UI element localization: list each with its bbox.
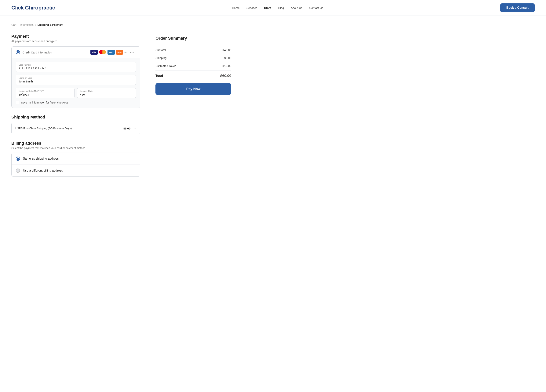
summary-total-row: Total $60.00	[156, 71, 231, 78]
total-value: $60.00	[220, 74, 231, 78]
expiry-label: Expiration Date (MM/YYYY)	[19, 90, 72, 92]
billing-same-radio-dot	[17, 158, 19, 160]
billing-section: Billing address Select the payment that …	[11, 141, 140, 177]
summary-row-taxes: Estimated Taxes $10.00	[156, 62, 231, 70]
summary-row-shipping: Shipping $5.00	[156, 54, 231, 62]
shipping-section: Shipping Method USPS First-Class Shippin…	[11, 115, 140, 134]
credit-card-radio[interactable]	[16, 50, 20, 54]
card-logos: VISA AMEX DISC and more...	[91, 50, 136, 55]
payment-title: Payment	[11, 34, 140, 39]
mastercard-logo	[99, 50, 106, 55]
breadcrumb-information[interactable]: Information	[20, 23, 33, 26]
billing-options: Same as shipping address Use a different…	[11, 153, 140, 177]
card-number-value: 1111 2222 3333 4444	[19, 67, 133, 70]
header: Click Chiropractic Home Services Store B…	[0, 0, 546, 16]
payment-method-row[interactable]: Credit Card Information VISA AMEX DISC a…	[12, 47, 140, 58]
name-on-card-field[interactable]: Name on Card John Smith	[16, 75, 136, 85]
subtotal-value: $45.00	[223, 48, 231, 51]
amex-logo: AMEX	[108, 50, 115, 55]
expiry-security-row: Expiration Date (MM/YYYY) 10/2023 Securi…	[16, 88, 136, 98]
shipping-title: Shipping Method	[11, 115, 140, 120]
order-summary-title: Order Summary	[156, 36, 231, 41]
billing-title: Billing address	[11, 141, 140, 146]
payment-card-panel: Credit Card Information VISA AMEX DISC a…	[11, 46, 140, 108]
breadcrumb-current: Shipping & Payment	[38, 23, 63, 26]
nav-store[interactable]: Store	[264, 6, 271, 9]
payment-subtitle: All payments are secure and encrypted	[11, 40, 140, 43]
discover-logo: DISC	[116, 50, 123, 55]
taxes-label: Estimated Taxes	[156, 64, 176, 67]
chevron-down-icon: ⌄	[133, 126, 136, 130]
visa-logo: VISA	[91, 50, 98, 55]
nav-about[interactable]: About Us	[291, 6, 303, 9]
total-label: Total	[156, 74, 163, 78]
billing-different-radio[interactable]	[16, 168, 20, 173]
main-nav: Home Services Store Blog About Us Contac…	[232, 6, 323, 9]
name-on-card-value: John Smith	[19, 80, 133, 83]
security-code-field[interactable]: Security Code 456	[77, 88, 136, 98]
main-layout: Payment All payments are secure and encr…	[0, 30, 243, 188]
shipping-price: $5.00	[123, 127, 130, 130]
nav-services[interactable]: Services	[247, 6, 257, 9]
pay-now-button[interactable]: Pay Now	[156, 83, 231, 95]
billing-option-different[interactable]: Use a different billing address	[12, 165, 140, 176]
subtotal-label: Subtotal	[156, 48, 166, 51]
name-on-card-label: Name on Card	[19, 77, 133, 79]
billing-subtitle: Select the payment that matches your car…	[11, 147, 140, 150]
card-number-label: Card Number	[19, 64, 133, 66]
shipping-dropdown[interactable]: USPS First-Class Shipping (3-5 Business …	[11, 123, 140, 134]
billing-option-same[interactable]: Same as shipping address	[12, 153, 140, 165]
expiry-value: 10/2023	[19, 93, 72, 96]
payment-method-label: Credit Card Information	[23, 51, 52, 54]
right-column: Order Summary Subtotal $45.00 Shipping $…	[156, 34, 231, 177]
billing-different-label: Use a different billing address	[23, 169, 63, 172]
shipping-label: Shipping	[156, 56, 166, 59]
expiry-field[interactable]: Expiration Date (MM/YYYY) 10/2023	[16, 88, 74, 98]
shipping-right: $5.00 ⌄	[123, 126, 136, 130]
breadcrumb-sep1: ›	[18, 23, 19, 26]
radio-dot	[17, 51, 19, 53]
shipping-value: $5.00	[224, 56, 231, 59]
nav-home[interactable]: Home	[232, 6, 240, 9]
logo: Click Chiropractic	[11, 5, 55, 11]
billing-same-label: Same as shipping address	[23, 157, 59, 160]
billing-same-radio[interactable]	[16, 157, 20, 161]
book-consult-button[interactable]: Book a Consult	[500, 3, 535, 12]
security-code-value: 456	[80, 93, 133, 96]
save-info-row: Save my information for faster checkout	[16, 101, 136, 104]
card-number-field[interactable]: Card Number 1111 2222 3333 4444	[16, 62, 136, 72]
shipping-option-label: USPS First-Class Shipping (3-5 Business …	[15, 127, 72, 130]
save-info-checkbox[interactable]	[16, 101, 19, 104]
payment-method-left: Credit Card Information	[16, 50, 52, 54]
breadcrumb-sep2: ›	[35, 23, 36, 26]
breadcrumb: Cart › Information › Shipping & Payment	[0, 16, 546, 30]
taxes-value: $10.00	[223, 64, 231, 67]
card-form: Card Number 1111 2222 3333 4444 Name on …	[12, 58, 140, 108]
nav-blog[interactable]: Blog	[278, 6, 284, 9]
left-column: Payment All payments are secure and encr…	[11, 34, 140, 177]
security-code-label: Security Code	[80, 90, 133, 92]
nav-contact[interactable]: Contact Us	[309, 6, 323, 9]
summary-row-subtotal: Subtotal $45.00	[156, 46, 231, 54]
save-info-label: Save my information for faster checkout	[21, 101, 68, 104]
summary-rows: Subtotal $45.00 Shipping $5.00 Estimated…	[156, 46, 231, 70]
and-more-text: and more...	[124, 51, 136, 54]
breadcrumb-cart[interactable]: Cart	[11, 23, 16, 26]
